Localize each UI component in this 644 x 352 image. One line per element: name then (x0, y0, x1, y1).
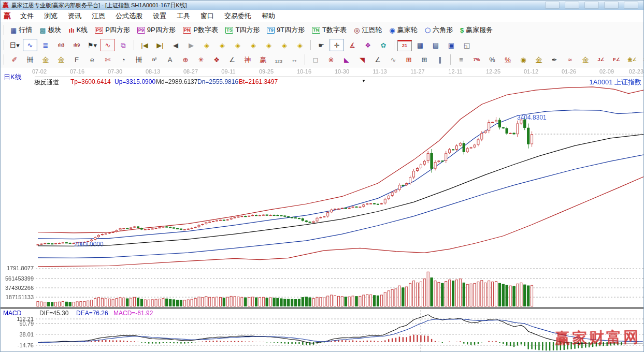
menu-item-browse[interactable]: 浏览 (39, 10, 63, 22)
comb2-tool-button[interactable]: 卌 (132, 53, 146, 66)
feature-winner-service-button[interactable]: $赢家服务 (460, 25, 493, 35)
feature-winner-wheel-button[interactable]: ◉赢家轮 (389, 25, 417, 35)
filter-flag-tool-button[interactable]: ⧉ (116, 39, 131, 51)
menu-item-trade-order[interactable]: 交易委托 (219, 10, 256, 22)
feature-hexagon-button[interactable]: ⬡六角形 (425, 25, 453, 35)
report-tool-button[interactable]: ▤ (428, 39, 443, 51)
bars-3-tool-button[interactable]: ılı3 (54, 39, 68, 51)
window-help-button[interactable] (604, 2, 619, 9)
menu-item-tools[interactable]: 工具 (171, 10, 195, 22)
gold-band-tool-button[interactable]: 金 (578, 53, 593, 66)
parallel-lines-tool-button[interactable]: ∥ (433, 53, 447, 66)
save-tool-button[interactable]: ▣ (444, 39, 459, 51)
menu-item-gann[interactable]: 江恩 (87, 10, 110, 22)
angle-ruler-tool-button[interactable]: ∠ (225, 53, 239, 66)
feature-p-number-table-button[interactable]: PNP数字表 (183, 25, 218, 35)
shaded-fan-tool-button[interactable]: ◥ (355, 53, 369, 66)
bars-9-tool-button[interactable]: ılı9 (69, 39, 84, 51)
calendar-tool-button[interactable]: 21 (397, 40, 412, 51)
calculator-tool-button[interactable]: ▦ (413, 39, 427, 51)
feature-9p-square-button[interactable]: P99P四方形 (137, 25, 176, 35)
gold-angle-tool-button[interactable]: 金∠ (625, 53, 639, 66)
box-range-tool-button[interactable]: ◻ (308, 53, 323, 66)
percent-tool-button[interactable]: % (485, 53, 499, 66)
diamond-h-expand-button[interactable]: ◈ (231, 39, 245, 51)
menu-item-file[interactable]: 文件 (15, 10, 39, 22)
n-square-tool-button[interactable]: n² (147, 53, 162, 66)
menu-item-formula-select[interactable]: 公式选股 (110, 10, 148, 22)
diamond-reset-button[interactable]: ◈ (293, 39, 307, 51)
title-bar[interactable]: 赢 赢家江恩专业版[赢家内部服务平台] - [上证指数 SH1A0001-167… (1, 1, 643, 10)
diamond-h-shrink-button[interactable]: ◈ (246, 39, 261, 51)
shen-angle-tool-button[interactable]: 神∠ (640, 53, 643, 66)
text-annotation-tool-button[interactable]: A (163, 53, 177, 66)
diamond-v-shrink-button[interactable]: ◈ (277, 39, 292, 51)
feature-t-number-table-button[interactable]: TNT数字表 (312, 25, 347, 35)
flag-tool-button[interactable]: ⚑▾ (85, 39, 99, 51)
scale-tool-button[interactable]: ≡ (454, 53, 468, 66)
ink-brush-tool-button[interactable]: ✒ (547, 53, 562, 66)
diamond-v-expand-button[interactable]: ◈ (262, 39, 276, 51)
grid-cycle2-tool-button[interactable]: ⊞ (417, 53, 432, 66)
feature-gann-wheel-button[interactable]: ◎江恩轮 (354, 25, 382, 35)
gann-stamp-tool-button[interactable]: ❖ (361, 39, 375, 51)
percent-7-tool-button[interactable]: 7% (469, 53, 484, 66)
radial-web-tool-button[interactable]: ✳ (194, 53, 208, 66)
span-arrows-tool-button[interactable]: ↔ (287, 53, 302, 66)
diamond-right-button[interactable]: ◈ (215, 39, 230, 51)
f-comb-tool-button[interactable]: F (69, 53, 84, 66)
feature-sectors-button[interactable]: ▩板块 (39, 25, 61, 35)
feature-t-square-button[interactable]: TST四方形 (225, 25, 260, 35)
feature-quotes-button[interactable]: ▦行情 (10, 25, 32, 35)
grid-cycle-tool-button[interactable]: ⊞ (402, 53, 416, 66)
note-tool-button[interactable]: ≣ (38, 39, 53, 51)
boxed-fan-tool-button[interactable]: ◣ (339, 53, 354, 66)
protractor-tool-button[interactable]: ∡ (345, 39, 360, 51)
diamond-left-button[interactable]: ◈ (199, 39, 214, 51)
compass-tool-button[interactable]: ⊕ (178, 53, 193, 66)
dragon-tool-button[interactable]: ✿ (376, 39, 391, 51)
period-selector-button[interactable]: 日▾ (7, 39, 22, 51)
f-angle-tool-button[interactable]: F∠ (609, 53, 624, 66)
shen-comb-tool-button[interactable]: 神 (240, 53, 255, 66)
spiral-tool-button[interactable]: ℮ (85, 53, 99, 66)
zigzag-pattern-tool-button[interactable]: ∿ (23, 39, 37, 51)
ying-comb-tool-button[interactable]: 赢 (256, 53, 270, 66)
pane-separator[interactable] (1, 307, 644, 309)
menu-item-news[interactable]: 资讯 (63, 10, 87, 22)
clock-cycle-tool-button[interactable]: ◔ (116, 53, 131, 66)
boxed-web-tool-button[interactable]: ❖ (209, 53, 224, 66)
feature-kline-button[interactable]: ılıK线 (69, 25, 88, 35)
nav-prev-button[interactable]: ◀ (168, 39, 183, 51)
feature-p-square-button[interactable]: PSP四方形 (95, 25, 130, 35)
wave-band-tool-button[interactable]: ≈ (563, 53, 577, 66)
wave-tool-button[interactable]: ∿ (386, 53, 400, 66)
feature-9t-square-button[interactable]: T99T四方形 (267, 25, 305, 35)
knife-tool-button[interactable]: ✄ (101, 53, 115, 66)
nav-next-button[interactable]: ▶ (184, 39, 198, 51)
window-close-button[interactable] (584, 2, 599, 9)
gold-comb2-tool-button[interactable]: 金 (54, 53, 68, 66)
percent-lines-tool-button[interactable]: % (500, 53, 515, 66)
crosshair-tool-button[interactable]: ✛ (330, 39, 344, 51)
menu-item-window[interactable]: 窗口 (195, 10, 219, 22)
export-tool-button[interactable]: ◱ (460, 39, 474, 51)
window-minimize-button[interactable] (545, 2, 560, 9)
gold-comb-tool-button[interactable]: 金 (38, 53, 53, 66)
brush-tool-button[interactable]: ✐ (7, 53, 22, 66)
fan-lines-tool-button[interactable]: ※ (324, 53, 338, 66)
hand-tool-button[interactable]: ☛ (314, 39, 328, 51)
j-angle-tool-button[interactable]: J∠ (594, 53, 608, 66)
menu-item-settings[interactable]: 设置 (148, 10, 171, 22)
window-pin-button[interactable] (624, 2, 638, 9)
gold-lines-tool-button[interactable]: 金 (532, 53, 546, 66)
window-restore-button[interactable] (565, 2, 579, 9)
zigzag-red-tool-button[interactable]: ∿ (101, 39, 115, 51)
angle-fan-tool-button[interactable]: ∠ (370, 53, 385, 66)
gold-circle-tool-button[interactable]: ◉ (516, 53, 531, 66)
menu-item-help[interactable]: 帮助 (256, 10, 280, 22)
nav-last-button[interactable]: ▶| (153, 39, 167, 51)
nav-first-button[interactable]: |◀ (137, 39, 152, 51)
gann-comb-tool-button[interactable]: 卌 (23, 53, 37, 66)
ruler-123-tool-button[interactable]: ₁₂₃ (271, 53, 286, 66)
